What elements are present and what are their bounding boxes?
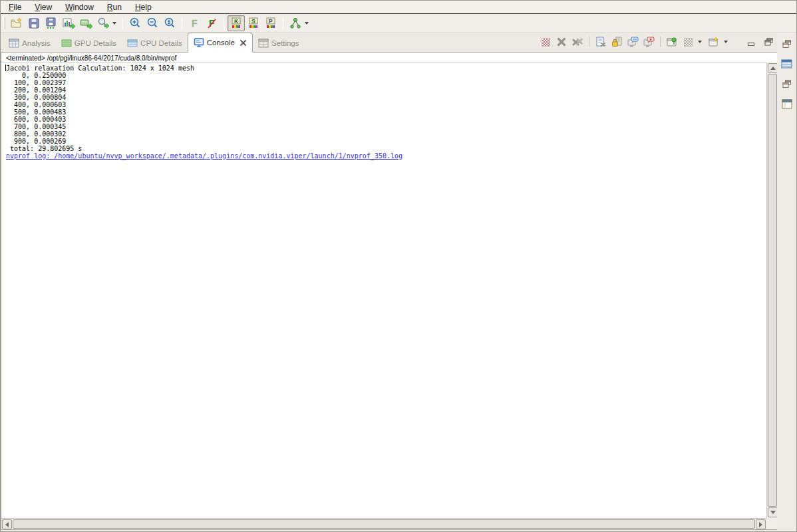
card-arrow-icon xyxy=(80,17,92,29)
run-search-dropdown-caret[interactable] xyxy=(112,22,116,25)
new-session-button[interactable] xyxy=(8,15,25,31)
vertical-scrollbar-thumb[interactable] xyxy=(768,74,777,507)
window-view-icon xyxy=(782,99,792,109)
clear-console-button[interactable] xyxy=(594,35,607,49)
save-floppy-icon xyxy=(28,17,40,29)
run-search-button[interactable] xyxy=(94,15,112,31)
open-console-dropdown-caret[interactable] xyxy=(724,41,728,43)
cpu-details-tab-icon xyxy=(127,38,138,49)
magnifier-run-icon xyxy=(97,17,110,29)
scroll-up-button[interactable] xyxy=(768,63,778,73)
open-console-button[interactable] xyxy=(707,35,720,49)
restore-icon xyxy=(764,38,773,46)
save-session-button[interactable] xyxy=(25,15,43,31)
menu-help[interactable]: Help xyxy=(128,1,158,13)
stdout-console-icon xyxy=(627,37,639,47)
toolbar-drag-handle xyxy=(3,17,5,29)
toolbar-separator xyxy=(182,17,182,29)
terminate-button[interactable] xyxy=(539,35,552,49)
export-card-button[interactable] xyxy=(77,15,94,31)
process-mode-p-icon: P xyxy=(265,17,277,29)
scroll-down-button[interactable] xyxy=(768,507,778,517)
menu-view[interactable]: View xyxy=(28,1,59,13)
stream-timeline-mode-button[interactable]: S xyxy=(245,15,262,31)
zoom-in-button[interactable] xyxy=(126,15,144,31)
restore-view-button[interactable] xyxy=(781,38,793,50)
zoom-reset-button[interactable] xyxy=(161,15,178,31)
kernel-mode-k-icon: K xyxy=(230,17,242,29)
minimize-view-button[interactable] xyxy=(744,36,758,48)
show-console-stderr-button[interactable] xyxy=(642,35,655,49)
show-console-stdout-button[interactable] xyxy=(626,35,639,49)
svg-text:K: K xyxy=(234,18,239,25)
menu-bar: File View Window Run Help xyxy=(1,1,796,14)
run-analysis-dropdown-caret[interactable] xyxy=(305,22,309,25)
down-arrow-icon xyxy=(770,511,776,514)
scroll-left-button[interactable] xyxy=(2,519,12,529)
console-tab-icon xyxy=(194,37,204,48)
scroll-lock-button[interactable] xyxy=(610,35,623,49)
maximize-view-button[interactable] xyxy=(761,36,776,48)
console-line: 600, 0.000403 xyxy=(1,116,766,123)
flag-f-slash-icon: F xyxy=(206,17,218,29)
console-line: 800, 0.000302 xyxy=(1,130,766,138)
flag-marker-off-button[interactable]: F xyxy=(203,15,220,31)
tab-label: Console xyxy=(207,39,235,47)
zoom-out-icon xyxy=(146,17,158,29)
display-console-dropdown-caret[interactable] xyxy=(698,41,702,43)
pin-console-button[interactable] xyxy=(665,35,679,49)
console-line-link-row: nvprof log: /home/ubuntu/nvvp_workspace/… xyxy=(1,152,766,160)
restore-view-icon xyxy=(782,80,792,88)
toolbar-separator xyxy=(283,17,283,29)
flag-marker-disabled-button[interactable]: F xyxy=(186,15,203,31)
menu-file[interactable]: File xyxy=(2,1,28,13)
tab-cpu-details[interactable]: CPU Details xyxy=(122,35,188,52)
table-view-button[interactable] xyxy=(781,58,793,70)
svg-text:S: S xyxy=(251,18,255,25)
kernel-timeline-mode-button[interactable]: K xyxy=(228,15,245,31)
console-line: 0, 0.250000 xyxy=(1,72,766,79)
console-panel: <terminated> /opt/pgi/linux86-64/2017/cu… xyxy=(1,53,778,530)
zoom-out-button[interactable] xyxy=(144,15,161,31)
scroll-right-button[interactable] xyxy=(756,519,766,529)
menu-run[interactable]: Run xyxy=(100,1,128,13)
console-line: Jacobi relaxation Calculation: 1024 x 10… xyxy=(1,65,766,72)
horizontal-scrollbar[interactable] xyxy=(1,518,766,529)
display-selected-console-button[interactable] xyxy=(681,35,695,49)
clear-console-icon xyxy=(595,37,606,47)
nvprof-log-link[interactable]: nvprof log: /home/ubuntu/nvvp_workspace/… xyxy=(6,152,402,160)
tab-settings[interactable]: Settings xyxy=(253,35,305,52)
stream-mode-s-icon: S xyxy=(247,17,259,29)
minimized-views-strip xyxy=(777,33,796,531)
vertical-scrollbar[interactable] xyxy=(766,63,778,518)
run-analysis-button[interactable] xyxy=(287,15,304,31)
console-toolbar-separator xyxy=(589,37,589,47)
console-text-area[interactable]: Jacobi relaxation Calculation: 1024 x 10… xyxy=(1,63,766,518)
stderr-console-icon xyxy=(643,37,655,47)
horizontal-scrollbar-thumb[interactable] xyxy=(13,519,755,529)
scrollbar-corner xyxy=(766,518,778,529)
menu-window[interactable]: Window xyxy=(59,1,100,13)
console-line: 500, 0.000483 xyxy=(1,108,766,116)
open-console-icon xyxy=(709,37,719,47)
tab-label: GPU Details xyxy=(75,39,116,47)
tab-analysis[interactable]: Analysis xyxy=(3,35,56,52)
console-line: total: 29.802695 s xyxy=(1,145,766,152)
remove-launch-button[interactable] xyxy=(555,35,568,49)
svg-text:P: P xyxy=(269,18,273,25)
restore-view-button[interactable] xyxy=(781,78,793,90)
save-session-as-button[interactable] xyxy=(43,15,60,31)
pin-console-icon xyxy=(667,37,677,47)
window-view-button[interactable] xyxy=(781,98,793,110)
settings-tab-icon xyxy=(258,38,269,49)
close-icon[interactable] xyxy=(239,39,247,47)
terminate-icon xyxy=(542,38,550,47)
console-view: Analysis GPU Details CPU Details xyxy=(1,33,778,530)
process-timeline-mode-button[interactable]: P xyxy=(262,15,279,31)
tab-label: Settings xyxy=(271,39,299,47)
tab-gpu-details[interactable]: GPU Details xyxy=(56,35,122,52)
analysis-tree-icon xyxy=(289,17,301,29)
tab-console[interactable]: Console xyxy=(188,33,253,53)
import-timeline-button[interactable] xyxy=(60,15,77,31)
remove-all-terminated-button[interactable] xyxy=(571,35,584,49)
